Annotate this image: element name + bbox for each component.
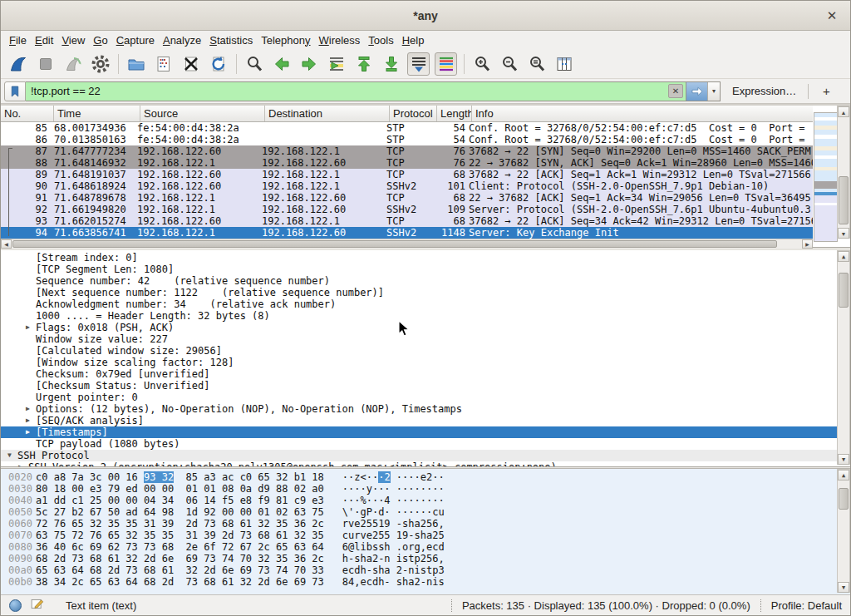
expander-icon[interactable]: ▼ (6, 450, 17, 461)
intelligent-scrollbar-minimap[interactable] (814, 112, 838, 242)
expert-info-icon[interactable] (9, 599, 22, 612)
column-header-length[interactable]: Length (437, 106, 472, 121)
expander-icon[interactable]: ▶ (24, 403, 36, 415)
go-last-packet-icon[interactable] (380, 52, 402, 76)
packet-row[interactable]: 90 71.648618924 192.168.122.60 192.168.1… (1, 180, 813, 192)
expander-icon[interactable] (24, 392, 36, 403)
close-window-icon[interactable]: ✕ (824, 7, 840, 24)
scroll-down-icon[interactable]: ▼ (838, 582, 849, 593)
hex-row[interactable]: 00b0 38 34 2c 65 63 64 68 2d 73 68 61 32… (1, 576, 850, 588)
menu-item[interactable]: Analyze (159, 32, 205, 48)
vscroll-thumb[interactable] (839, 488, 849, 510)
expander-icon[interactable]: ▶ (24, 322, 36, 333)
detail-line[interactable]: Sequence number: 42 (relative sequence n… (1, 275, 850, 287)
bytes-vscrollbar[interactable]: ▲ ▼ (837, 469, 850, 593)
menu-item[interactable]: Edit (31, 32, 57, 48)
hex-row[interactable]: 0030 80 18 00 e3 79 ed 00 00 01 01 08 0a… (1, 483, 850, 495)
hex-row[interactable]: 00a0 65 63 64 68 2d 73 68 61 32 2d 6e 69… (1, 564, 850, 576)
expander-icon[interactable] (24, 438, 36, 450)
zoom-out-icon[interactable] (498, 52, 520, 76)
expander-icon[interactable] (24, 368, 36, 380)
expander-icon[interactable] (24, 252, 36, 264)
scroll-left-icon[interactable]: ◀ (1, 239, 12, 249)
packet-row[interactable]: 89 71.648191037 192.168.122.60 192.168.1… (1, 169, 813, 180)
scroll-right-icon[interactable]: ▶ (802, 239, 813, 249)
scroll-up-icon[interactable]: ▲ (838, 251, 849, 262)
details-vscrollbar[interactable]: ▲ ▼ (837, 250, 850, 465)
find-packet-icon[interactable] (243, 52, 265, 76)
menu-item[interactable]: Telephony (257, 32, 314, 48)
packet-row[interactable]: 91 71.648789678 192.168.122.1 192.168.12… (1, 192, 813, 204)
detail-line[interactable]: [Next sequence number: 1122 (relative se… (1, 287, 850, 298)
packet-row[interactable]: 94 71.663856741 192.168.122.1 192.168.12… (1, 227, 813, 239)
menu-item[interactable]: Capture (112, 32, 159, 48)
detail-line[interactable]: ▼SSH Protocol (1, 450, 850, 461)
menu-item[interactable]: Tools (364, 32, 397, 48)
expander-icon[interactable] (24, 333, 36, 345)
detail-line[interactable]: Acknowledgment number: 34 (relative ack … (1, 298, 850, 310)
display-filter-input[interactable] (26, 82, 668, 101)
expander-icon[interactable]: ▶ (24, 426, 36, 438)
colorize-packets-icon[interactable] (435, 52, 457, 76)
reload-file-icon[interactable] (207, 52, 229, 76)
packet-row[interactable]: 86 70.013850163 fe:54:00:d4:38:2a STP 54… (1, 134, 813, 145)
column-header-source[interactable]: Source (140, 106, 265, 121)
hex-row[interactable]: 0020 c0 a8 7a 3c 00 16 93 32 85 a3 ac c0… (1, 471, 850, 483)
detail-line[interactable]: ▶Flags: 0x018 (PSH, ACK) (1, 322, 850, 333)
menu-item[interactable]: Help (398, 32, 429, 48)
menu-item[interactable]: Wireless (315, 32, 365, 48)
menu-item[interactable]: File (5, 32, 31, 48)
packet-row[interactable]: 92 71.661949820 192.168.122.1 192.168.12… (1, 204, 813, 215)
save-file-icon[interactable] (152, 52, 175, 76)
auto-scroll-icon[interactable] (407, 52, 430, 76)
expander-icon[interactable]: ▶ (24, 415, 36, 426)
column-header-protocol[interactable]: Protocol (390, 106, 437, 121)
filter-dropdown-icon[interactable]: ▾ (707, 82, 720, 101)
titlebar[interactable]: *any ✕ (1, 1, 850, 31)
hex-row[interactable]: 0070 63 75 72 76 65 32 35 35 31 39 2d 73… (1, 530, 850, 541)
detail-line[interactable]: Window size value: 227 (1, 333, 850, 345)
start-capture-icon[interactable] (7, 52, 29, 76)
scroll-up-icon[interactable]: ▲ (838, 106, 849, 117)
capture-options-icon[interactable] (89, 52, 111, 76)
detail-line[interactable]: [Calculated window size: 29056] (1, 345, 850, 357)
scroll-down-icon[interactable]: ▼ (838, 454, 849, 465)
column-header-no[interactable]: No. (1, 106, 54, 121)
go-forward-icon[interactable] (298, 52, 320, 76)
filter-apply-icon[interactable] (686, 82, 707, 101)
packet-list-vscrollbar[interactable]: ▲ ▼ (837, 106, 850, 239)
profile-text[interactable]: Profile: Default (771, 599, 842, 612)
expander-icon[interactable] (24, 380, 36, 392)
zoom-original-icon[interactable] (525, 52, 548, 76)
detail-line[interactable]: ▶SSH Version 2 (encryption:chacha20-poly… (1, 461, 850, 466)
packet-row[interactable]: 88 71.648146932 192.168.122.1 192.168.12… (1, 157, 813, 169)
column-header-time[interactable]: Time (54, 106, 140, 121)
vscroll-thumb[interactable] (839, 176, 849, 224)
detail-line[interactable]: 1000 .... = Header Length: 32 bytes (8) (1, 310, 850, 322)
expander-icon[interactable] (24, 287, 36, 298)
restart-capture-icon[interactable] (61, 52, 84, 76)
packet-row[interactable]: 93 71.662015274 192.168.122.60 192.168.1… (1, 215, 813, 227)
expander-icon[interactable] (24, 298, 36, 310)
packet-row[interactable]: 87 71.647777234 192.168.122.60 192.168.1… (1, 145, 813, 157)
go-to-packet-icon[interactable] (325, 52, 347, 76)
filter-bookmark-icon[interactable] (4, 81, 26, 101)
stop-capture-icon[interactable] (34, 52, 57, 76)
scroll-up-icon[interactable]: ▲ (838, 470, 849, 480)
packet-list-hscrollbar[interactable]: ◀ ▶ (1, 239, 813, 249)
expression-button[interactable]: Expression… (732, 85, 796, 97)
go-back-icon[interactable] (270, 52, 293, 76)
menu-item[interactable]: Statistics (205, 32, 257, 48)
zoom-in-icon[interactable] (470, 52, 493, 76)
expander-icon[interactable] (24, 310, 36, 322)
packet-row[interactable]: 85 68.001734936 fe:54:00:d4:38:2a STP 54… (1, 122, 813, 134)
hex-row[interactable]: 0050 5c 27 b2 67 50 ad 64 98 1d 92 00 00… (1, 506, 850, 518)
open-file-icon[interactable] (125, 52, 147, 76)
detail-line[interactable]: Checksum: 0x79ed [unverified] (1, 368, 850, 380)
detail-line[interactable]: [Stream index: 0] (1, 252, 850, 264)
hex-row[interactable]: 0080 36 40 6c 69 62 73 73 68 2e 6f 72 67… (1, 541, 850, 553)
close-file-icon[interactable] (180, 52, 202, 76)
expander-icon[interactable] (24, 357, 36, 368)
scroll-down-icon[interactable]: ▼ (838, 228, 849, 239)
detail-line[interactable]: [Window size scaling factor: 128] (1, 357, 850, 368)
